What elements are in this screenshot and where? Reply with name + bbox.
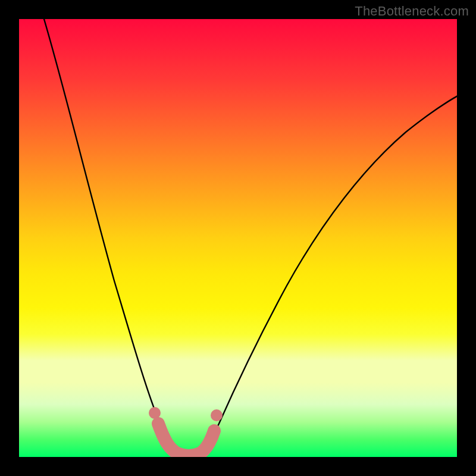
chart-frame: TheBottleneck.com	[0, 0, 476, 476]
bottleneck-curve	[40, 19, 457, 456]
optimum-marker	[149, 407, 223, 456]
bottleneck-curve-svg	[19, 19, 457, 457]
svg-point-1	[211, 409, 223, 421]
svg-point-0	[149, 407, 161, 419]
watermark-text: TheBottleneck.com	[355, 4, 469, 19]
plot-area	[19, 19, 457, 457]
